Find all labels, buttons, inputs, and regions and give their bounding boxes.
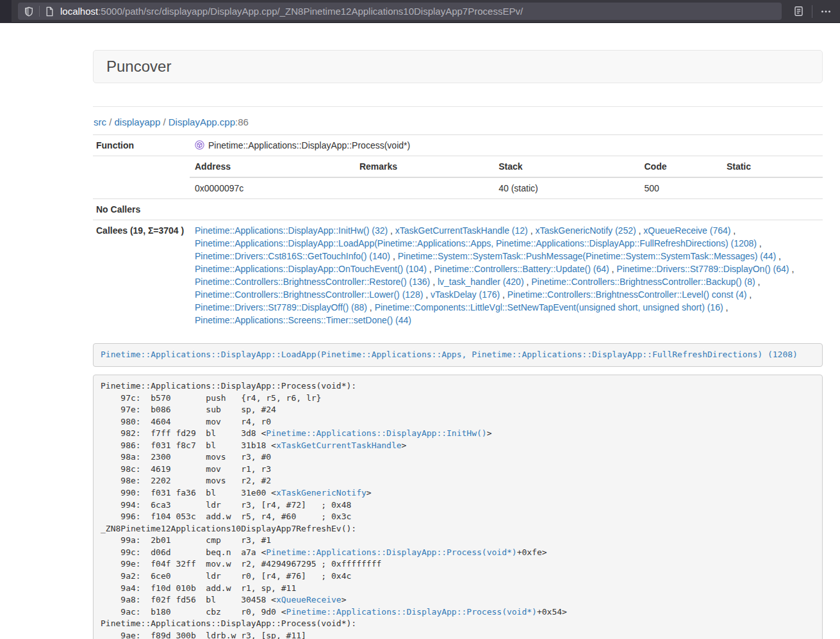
callee-separator: , <box>524 277 532 287</box>
callee-link[interactable]: vTaskDelay (176) <box>431 289 500 300</box>
code-symbol-link[interactable]: xQueueReceive <box>276 595 342 604</box>
code-text: 980: 4604 mov r4, r0 <box>101 417 271 426</box>
details-cell: AddressRemarksStackCodeStatic 0x0000097c… <box>190 156 823 199</box>
code-text: 98a: 2300 movs r3, #0 <box>101 452 271 462</box>
callee-link[interactable]: Pinetime::System::SystemTask::PushMessag… <box>398 251 777 261</box>
code-text: _ZN8Pinetime12Applications10DisplayApp7R… <box>101 524 356 533</box>
callee-link[interactable]: lv_task_handler (420) <box>438 277 524 287</box>
function-table: Function Pinetime::Applications::Display… <box>93 134 823 330</box>
callee-separator: , <box>755 277 761 287</box>
url-host: localhost <box>60 6 98 17</box>
value-address: 0x0000097c <box>190 177 354 198</box>
menu-icon[interactable] <box>816 3 836 20</box>
code-symbol-link[interactable]: xTaskGetCurrentTaskHandle <box>276 441 402 450</box>
value-stack: 40 (static) <box>493 177 639 198</box>
breadcrumb-link[interactable]: DisplayApp.cpp <box>169 117 235 127</box>
callee-separator: , <box>730 225 736 236</box>
code-symbol-link[interactable]: Pinetime::Applications::DisplayApp::Init… <box>266 428 486 438</box>
callee-separator: , <box>423 289 431 300</box>
function-name: Pinetime::Applications::DisplayApp::Proc… <box>208 140 410 150</box>
callee-link[interactable]: Pinetime::Controllers::BrightnessControl… <box>531 277 755 287</box>
code-text: 9a8: f02f fd56 bl 30458 < <box>101 595 276 604</box>
callee-link[interactable]: Pinetime::Controllers::BrightnessControl… <box>195 289 423 300</box>
callee-link[interactable]: xTaskGenericNotify (252) <box>535 225 636 236</box>
url-path: :5000/path/src/displayapp/DisplayApp.cpp… <box>98 6 523 17</box>
callee-link[interactable]: Pinetime::Applications::DisplayApp::Init… <box>195 225 388 236</box>
page-icon[interactable] <box>45 6 54 17</box>
callees-label: Callees (19, Σ=3704 ) <box>93 220 190 331</box>
callee-separator: , <box>636 225 644 236</box>
code-text: Pinetime::Applications::DisplayApp::Proc… <box>101 381 356 391</box>
shield-icon[interactable] <box>24 6 34 17</box>
urlbar-divider <box>39 6 40 17</box>
callee-link[interactable]: Pinetime::Controllers::Battery::Update()… <box>434 264 609 274</box>
callee-link[interactable]: Pinetime::Drivers::Cst816S::GetTouchInfo… <box>195 251 390 261</box>
code-symbol-link[interactable]: xTaskGenericNotify <box>276 488 366 497</box>
browser-toolbar: localhost:5000/path/src/displayapp/Displ… <box>0 0 840 23</box>
details-table: AddressRemarksStackCodeStatic 0x0000097c… <box>190 156 823 198</box>
code-text: 97e: b086 sub sp, #24 <box>101 405 276 414</box>
code-text: 996: f104 053c add.w r5, r4, #60 ; 0x3c <box>101 512 351 521</box>
breadcrumb-link[interactable]: displayapp <box>115 117 161 127</box>
code-text: +0x54> <box>537 607 567 617</box>
callee-link[interactable]: Pinetime::Controllers::BrightnessControl… <box>507 289 746 300</box>
highlighted-callee-box: Pinetime::Applications::DisplayApp::Load… <box>93 343 823 367</box>
cube-symbol-icon <box>195 140 204 150</box>
code-text: 9ac: b180 cbz r0, 9d0 < <box>101 607 286 617</box>
code-text: 9ae: f89d 300b ldrb.w r3, [sp, #11] <box>101 631 306 639</box>
callee-link[interactable]: Pinetime::Applications::Screens::Timer::… <box>195 315 411 325</box>
callee-link[interactable]: xQueueReceive (764) <box>643 225 730 236</box>
callees-row: Callees (19, Σ=3704 ) Pinetime::Applicat… <box>93 220 823 331</box>
value-static <box>721 177 823 198</box>
code-text: 990: f031 fa36 bl 31e00 < <box>101 488 276 497</box>
reader-mode-icon[interactable] <box>788 3 809 20</box>
window-edge <box>0 0 12 23</box>
details-value-row: 0x0000097c40 (static)500 <box>190 177 823 198</box>
callee-separator: , <box>746 289 752 300</box>
column-header-stack: Stack <box>493 156 639 177</box>
code-text: > <box>366 488 372 497</box>
code-text: 99a: 2b01 cmp r3, #1 <box>101 535 271 545</box>
callee-link[interactable]: Pinetime::Applications::DisplayApp::OnTo… <box>195 264 427 274</box>
callee-separator: , <box>500 289 507 300</box>
divider <box>93 106 823 107</box>
callee-link[interactable]: Pinetime::Drivers::St7789::DisplayOn() (… <box>616 264 789 274</box>
code-text: 982: f7ff fd29 bl 3d8 < <box>101 428 266 438</box>
callee-link[interactable]: Pinetime::Applications::DisplayApp::Load… <box>195 238 757 248</box>
breadcrumb-link[interactable]: src <box>94 117 106 127</box>
no-callers-cell <box>190 199 823 220</box>
breadcrumb-separator: :86 <box>235 117 249 127</box>
details-header-row: AddressRemarksStackCodeStatic <box>190 156 823 177</box>
code-text: +0xfe> <box>517 547 547 557</box>
callee-separator: , <box>430 277 438 287</box>
details-row: AddressRemarksStackCodeStatic 0x0000097c… <box>93 156 823 199</box>
callee-link[interactable]: Pinetime::Components::LittleVgl::SetNewT… <box>375 302 723 312</box>
code-text: 98e: 2202 movs r2, #2 <box>101 476 271 485</box>
highlighted-callee-link[interactable]: Pinetime::Applications::DisplayApp::Load… <box>101 350 798 359</box>
callee-separator: , <box>776 251 781 261</box>
column-header-code: Code <box>639 156 721 177</box>
url-bar[interactable]: localhost:5000/path/src/displayapp/Displ… <box>18 3 782 20</box>
page-title-panel: Puncover <box>93 50 823 83</box>
page-content: Puncover src / displayapp / DisplayApp.c… <box>93 50 823 639</box>
callee-link[interactable]: Pinetime::Drivers::St7789::DisplayOff() … <box>195 302 367 312</box>
callee-link[interactable]: Pinetime::Controllers::BrightnessControl… <box>195 277 430 287</box>
code-text: > <box>402 441 407 450</box>
function-name-cell: Pinetime::Applications::DisplayApp::Proc… <box>190 135 823 156</box>
function-label: Function <box>93 135 190 156</box>
code-text: 9a4: f10d 010b add.w r1, sp, #11 <box>101 583 296 593</box>
code-symbol-link[interactable]: Pinetime::Applications::DisplayApp::Proc… <box>286 607 537 617</box>
no-callers-row: No Callers <box>93 199 823 220</box>
code-symbol-link[interactable]: Pinetime::Applications::DisplayApp::Proc… <box>266 547 516 557</box>
callee-link[interactable]: xTaskGetCurrentTaskHandle (12) <box>395 225 528 236</box>
code-text: 99e: f04f 32ff mov.w r2, #4294967295 ; 0… <box>101 559 381 569</box>
callee-separator: , <box>528 225 536 236</box>
page-title: Puncover <box>106 58 809 75</box>
value-code: 500 <box>639 177 721 198</box>
code-text: > <box>487 428 492 438</box>
code-text: 994: 6ca3 ldr r3, [r4, #72] ; 0x48 <box>101 500 351 510</box>
breadcrumb-separator: / <box>106 117 115 127</box>
code-text: 99c: d06d beq.n a7a < <box>101 547 266 557</box>
callee-separator: , <box>367 302 375 312</box>
url-text[interactable]: localhost:5000/path/src/displayapp/Displ… <box>60 6 776 17</box>
